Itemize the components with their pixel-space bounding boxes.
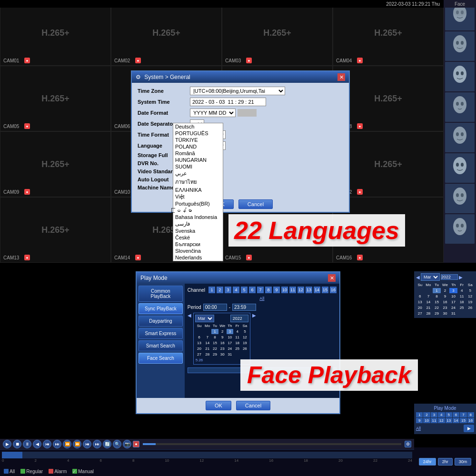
sync-playback-btn[interactable]: Sync PlayBack [139,303,183,314]
pm-ch11[interactable]: 11 [431,418,437,423]
rcal-d22[interactable]: 22 [433,305,441,310]
lang-option-dutch[interactable]: Nederlands [173,254,223,261]
cal-day-5[interactable]: 5 [241,329,248,334]
cal-day-8[interactable]: 8 [211,335,218,340]
rcal-d9[interactable]: 9 [441,294,449,299]
smart-express-btn[interactable]: Smart Express [139,328,183,339]
rcal-d28[interactable]: 28 [425,311,433,316]
common-playback-btn[interactable]: Common PlayBack [139,286,183,302]
ch3[interactable]: 3 [225,287,231,293]
slow-btn[interactable]: ⏪ [63,440,71,448]
ch11[interactable]: 11 [289,287,296,293]
face-thumb-8[interactable] [445,214,475,244]
rcal-d7[interactable]: 7 [425,294,433,299]
pm-ch13[interactable]: 13 [446,418,452,423]
face-thumb-2[interactable] [445,31,475,61]
timezone-select[interactable]: |UTC+08:00|Beijing,Urumqi,Tai [190,87,285,95]
lang-option-hungarian[interactable]: HUNGARIAN [173,157,223,163]
cal-day-7[interactable]: 7 [204,335,211,340]
pm-ch7[interactable]: 7 [460,412,466,417]
lang-option-arabic[interactable]: عربي [173,170,223,177]
lang-option-bulgarian[interactable]: Български [173,241,223,248]
stop-btn[interactable]: ⏹ [13,440,21,448]
2hr-btn[interactable]: 2hr [438,458,453,466]
rcal-d26[interactable]: 26 [466,305,474,310]
lang-option-viet[interactable]: Việt [173,193,223,200]
lang-option-deutsch[interactable]: Deutsch [173,123,223,130]
lang-option-myanmar[interactable]: မြန်မာ [173,207,223,214]
system-time-input[interactable] [190,98,266,106]
ch6[interactable]: 6 [249,287,256,293]
play-mode-close[interactable]: ✕ [328,274,336,282]
rcal-d13[interactable]: 13 [416,299,424,305]
cal-day-25[interactable]: 25 [234,346,241,351]
play-btn[interactable]: ▶ [3,440,11,448]
ch2[interactable]: 2 [217,287,223,293]
system-cancel-button[interactable]: Cancel [238,199,273,209]
face-thumb-6[interactable] [445,153,475,183]
cal-day-29[interactable]: 29 [211,352,218,357]
rcal-d5[interactable]: 5 [466,288,474,293]
pm-ch10[interactable]: 10 [423,418,430,423]
prev-frame-btn[interactable]: ⏮ [43,440,51,448]
legend-manual-checkbox[interactable]: ✓ [72,469,77,474]
rcal-d4[interactable]: 4 [458,288,466,293]
lang-option-turkiye[interactable]: TÜRKIYE [173,137,223,143]
cal-day-18[interactable]: 18 [234,340,241,346]
lang-option-ptbr[interactable]: Português(BR) [173,200,223,207]
ch13[interactable]: 13 [306,287,312,293]
rcal-d16[interactable]: 16 [441,299,449,305]
rcal-d10[interactable]: 10 [449,294,457,299]
ch10[interactable]: 10 [281,287,288,293]
lang-option-greek[interactable]: ΕΛΛΗΝΙΚΑ [173,187,223,193]
lang-option-slovenian[interactable]: Slovenčina [173,248,223,254]
ch5[interactable]: 5 [241,287,248,293]
cal-day-27[interactable]: 27 [195,352,204,357]
timeline[interactable]: 0 2 4 6 8 10 12 14 16 18 20 22 24 [0,449,414,466]
cal-day-4[interactable]: 4 [234,329,241,334]
rcal-d15[interactable]: 15 [433,299,441,305]
pm-ch1[interactable]: 1 [416,412,423,417]
cal-day-23[interactable]: 23 [219,346,226,351]
cal-day-6[interactable]: 6 [195,335,204,340]
ch16[interactable]: 16 [330,287,337,293]
play-mode-cancel-btn[interactable]: Cancel [236,401,270,410]
rcal-d17[interactable]: 17 [449,299,457,305]
lang-option-portugues[interactable]: PORTUGUÊS [173,130,223,137]
cal-day-9[interactable]: 9 [219,335,226,340]
cal-day-11[interactable]: 11 [234,335,241,340]
rcal-d3[interactable]: 3 [449,288,457,293]
cal-day-30[interactable]: 30 [219,352,226,357]
ch12[interactable]: 12 [298,287,304,293]
cal-month-select[interactable]: Mar [195,315,214,322]
rcal-d12[interactable]: 12 [466,294,474,299]
rcal-d24[interactable]: 24 [449,305,457,310]
face-thumb-7[interactable] [445,184,475,213]
date-format-select[interactable]: YYYY MM DD [190,109,236,117]
settings-btn[interactable]: ⚙ [405,441,411,447]
cal-day-1[interactable]: 1 [211,329,218,334]
rcal-d11[interactable]: 11 [458,294,466,299]
record-btn[interactable]: ● [133,441,139,447]
cal-day-22[interactable]: 22 [211,346,218,351]
rcal-d23[interactable]: 23 [441,305,449,310]
cal-day-13[interactable]: 13 [195,340,204,346]
legend-all-checkbox[interactable] [4,469,9,474]
rcal-d6[interactable]: 6 [416,294,424,299]
face-thumb-5[interactable] [445,123,475,152]
system-dialog-close[interactable]: ✕ [337,73,345,81]
right-cal-year-input[interactable] [441,274,458,280]
pm-ch6[interactable]: 6 [453,412,459,417]
cal-day-19[interactable]: 19 [241,340,248,346]
screenshot-btn[interactable]: 📷 [123,440,131,448]
skip-back-btn[interactable]: ⏮ [83,440,91,448]
lang-option-thai[interactable]: ภาษาไทย [173,177,223,187]
rcal-d30[interactable]: 30 [441,311,449,316]
play-mode-ok-btn[interactable]: OK [206,401,231,410]
rcal-d19[interactable]: 19 [466,299,474,305]
pm-ch3[interactable]: 3 [431,412,437,417]
rcal-d18[interactable]: 18 [458,299,466,305]
cal-day-3[interactable]: 3 [227,329,234,334]
30min-btn[interactable]: 30m [455,458,472,466]
lang-option-svenska[interactable]: Svenska [173,228,223,234]
